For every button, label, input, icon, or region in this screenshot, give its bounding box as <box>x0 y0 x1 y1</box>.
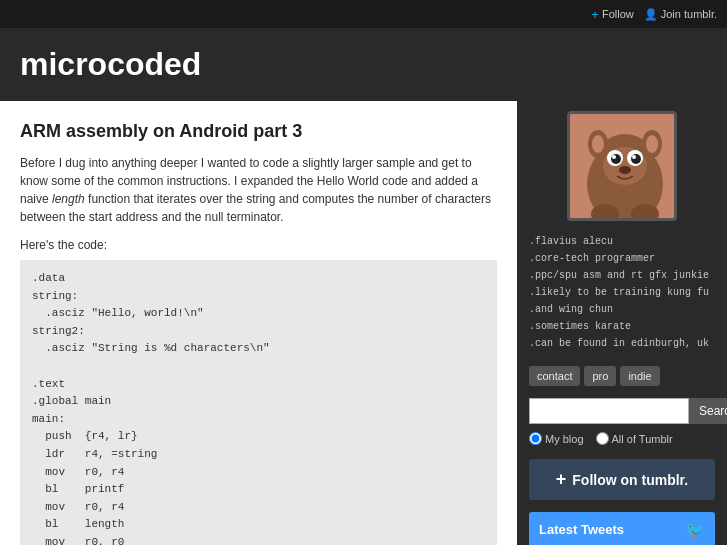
tag-pro[interactable]: pro <box>584 366 616 386</box>
svg-point-6 <box>646 135 658 153</box>
blog-title-bar: microcoded <box>0 28 727 101</box>
latest-tweets-bar: Latest Tweets 🐦 <box>529 512 715 545</box>
post-title: ARM assembly on Android part 3 <box>20 121 497 142</box>
bio-line-4: .likely to be training kung fu <box>529 284 715 301</box>
avatar <box>567 111 677 221</box>
follow-button[interactable]: + Follow <box>591 7 633 22</box>
follow-tumblr-button[interactable]: + Follow on tumblr. <box>529 459 715 500</box>
heres-the-code: Here's the code: <box>20 238 497 252</box>
plus-follow-icon: + <box>556 469 567 490</box>
sidebar: .flavius alecu .core-tech programmer .pp… <box>517 101 727 545</box>
search-button[interactable]: Search <box>689 398 727 424</box>
radio-my-blog-text: My blog <box>545 433 584 445</box>
bio-line-1: .flavius alecu <box>529 233 715 250</box>
bio-line-5: .and wing chun <box>529 301 715 318</box>
join-tumblr-button[interactable]: 👤 Join tumblr. <box>644 8 717 21</box>
search-radios: My blog All of Tumblr <box>529 432 715 445</box>
svg-point-12 <box>612 155 616 159</box>
join-label: Join tumblr. <box>661 8 717 20</box>
bio-line-3: .ppc/spu asm and rt gfx junkie <box>529 267 715 284</box>
post-intro: Before I dug into anything deeper I want… <box>20 154 497 226</box>
topbar: + Follow 👤 Join tumblr. <box>0 0 727 28</box>
svg-point-5 <box>592 135 604 153</box>
follow-tumblr-label: Follow on tumblr. <box>572 472 688 488</box>
radio-all-tumblr-label[interactable]: All of Tumblr <box>596 432 673 445</box>
svg-point-14 <box>619 166 631 174</box>
svg-point-13 <box>632 155 636 159</box>
person-icon: 👤 <box>644 8 658 21</box>
svg-point-11 <box>631 154 641 164</box>
twitter-icon: 🐦 <box>685 520 705 539</box>
bio-line-2: .core-tech programmer <box>529 250 715 267</box>
blog-title: microcoded <box>20 46 707 83</box>
tag-buttons: contact pro indie <box>529 366 715 386</box>
bio-line-7: .can be found in edinburgh, uk <box>529 335 715 352</box>
radio-my-blog[interactable] <box>529 432 542 445</box>
italic-length: length <box>52 192 85 206</box>
radio-all-tumblr[interactable] <box>596 432 609 445</box>
radio-all-tumblr-text: All of Tumblr <box>612 433 673 445</box>
radio-my-blog-label[interactable]: My blog <box>529 432 584 445</box>
content-area: ARM assembly on Android part 3 Before I … <box>0 101 517 545</box>
tag-indie[interactable]: indie <box>620 366 659 386</box>
avatar-image <box>570 114 677 221</box>
follow-label: Follow <box>602 8 634 20</box>
tag-contact[interactable]: contact <box>529 366 580 386</box>
main-layout: ARM assembly on Android part 3 Before I … <box>0 101 727 545</box>
search-input[interactable] <box>529 398 689 424</box>
plus-icon: + <box>591 7 599 22</box>
latest-tweets-label: Latest Tweets <box>539 522 624 537</box>
svg-point-10 <box>611 154 621 164</box>
code-block: .data string: .asciz "Hello, world!\n" s… <box>20 260 497 545</box>
bio-section: .flavius alecu .core-tech programmer .pp… <box>529 233 715 352</box>
search-box: Search <box>529 398 715 424</box>
bio-line-6: .sometimes karate <box>529 318 715 335</box>
